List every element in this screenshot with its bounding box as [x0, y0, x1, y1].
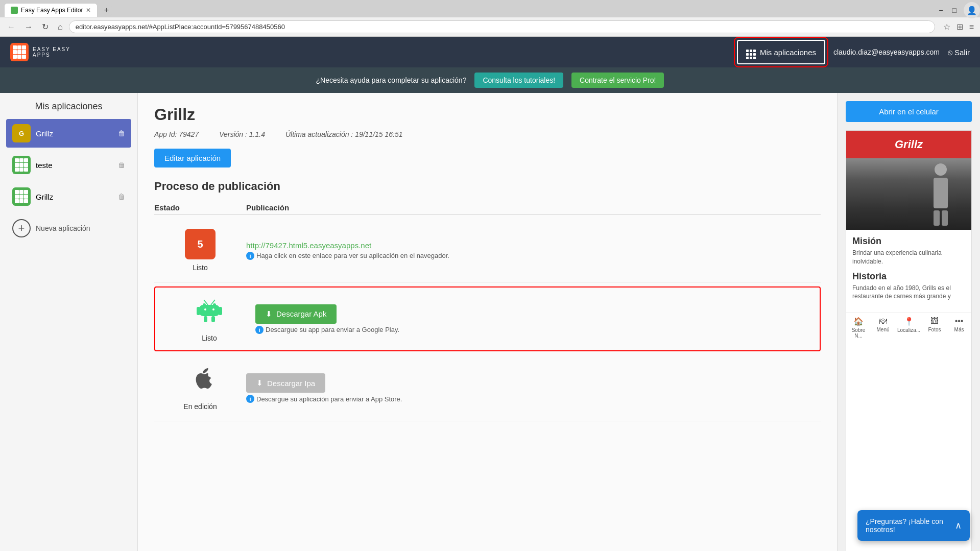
phone-nav-label-fotos: Fotos — [924, 327, 945, 332]
html5-icon: 5 — [185, 229, 216, 259]
salir-button[interactable]: ⎋ Salir — [948, 48, 970, 57]
home-button[interactable]: ⌂ — [55, 21, 66, 33]
svg-point-9 — [204, 308, 206, 310]
salir-label: Salir — [954, 48, 970, 57]
sidebar-app-name-3: Grillz — [36, 193, 113, 201]
logo-area: EASY EASY APPS — [10, 43, 70, 61]
sidebar-title: Mis aplicaciones — [6, 101, 131, 112]
platform-row-android-wrapper: Listo ⬇ Descargar Apk i Descargue su app… — [154, 286, 821, 351]
download-apk-button[interactable]: ⬇ Descargar Apk — [255, 304, 337, 324]
menu-icon[interactable]: ≡ — [967, 21, 976, 33]
grid-icon — [746, 45, 756, 59]
user-icon-button[interactable]: 👤 — [964, 2, 980, 18]
phone-nav-sobre[interactable]: 🏠 Sobre N... — [846, 313, 871, 343]
svg-rect-5 — [204, 316, 207, 322]
phone-nav-icon-menu: 🍽 — [873, 317, 893, 326]
app-icon-teste — [12, 156, 31, 174]
publication-table-header: Estado Publicación — [154, 201, 821, 214]
forward-button[interactable]: → — [21, 21, 36, 33]
user-email: claudio.diaz@easyeasyapps.com — [833, 48, 940, 56]
new-app-button[interactable]: + Nueva aplicación — [6, 214, 131, 243]
phone-nav-localiza[interactable]: 📍 Localiza... — [895, 313, 922, 343]
chat-close-icon[interactable]: ∧ — [955, 520, 962, 531]
promo-text: ¿Necesita ayuda para completar su aplica… — [316, 76, 467, 84]
tab-favicon — [11, 7, 18, 14]
logo-text: EASY EASY APPS — [33, 46, 70, 58]
phone-content: Misión Brindar una experiencia culinaria… — [846, 230, 971, 312]
delete-icon-1[interactable]: 🗑 — [118, 129, 125, 137]
active-tab[interactable]: Easy Easy Apps Editor ✕ — [4, 3, 98, 17]
window-maximize-btn[interactable]: □ — [948, 5, 961, 15]
content-area: Grillz App Id: 79427 Versión : 1.1.4 Últ… — [138, 93, 837, 551]
phone-nav-icon-localiza: 📍 — [897, 317, 920, 326]
app-title: Grillz — [154, 105, 821, 124]
promo-bar: ¿Necesita ayuda para completar su aplica… — [0, 67, 980, 93]
platform-row-apple: En edición ⬇ Descargar Ipa i Descargue s… — [154, 355, 821, 421]
info-circle-android: i — [255, 326, 264, 334]
phone-nav-label-sobre: Sobre N... — [848, 327, 869, 339]
svg-rect-6 — [211, 316, 215, 322]
logo-icon — [10, 43, 29, 61]
phone-nav-fotos[interactable]: 🖼 Fotos — [922, 313, 947, 343]
bookmark-icon[interactable]: ☆ — [941, 21, 952, 33]
delete-icon-2[interactable]: 🗑 — [118, 161, 125, 169]
logo-sub-text: APPS — [33, 52, 70, 58]
platform-cell-html5: 5 Listo — [154, 229, 246, 272]
mis-aplicaciones-button[interactable]: Mis aplicaciones — [737, 40, 825, 64]
address-text: editor.easyeasyapps.net/#AppListPlace:ac… — [76, 23, 285, 31]
apple-info: i Descargue su aplicación para enviar a … — [246, 395, 821, 403]
phone-history-title: Historia — [852, 271, 965, 282]
phone-nav-mas[interactable]: ••• Más — [947, 313, 971, 343]
edit-app-button[interactable]: Editar aplicación — [154, 149, 231, 167]
apple-publication: ⬇ Descargar Ipa i Descargue su aplicació… — [246, 373, 821, 403]
platform-cell-apple: En edición — [154, 366, 246, 411]
open-in-phone-button[interactable]: Abrir en el celular — [846, 101, 972, 122]
android-info: i Descargue su app para enviar a Google … — [255, 326, 811, 334]
app-header: EASY EASY APPS Mis aplicaciones claudio.… — [0, 37, 980, 67]
tutorials-button[interactable]: Consulta los tutoriales! — [474, 73, 563, 88]
back-button[interactable]: ← — [4, 21, 18, 33]
phone-preview: Abrir en el celular Grillz — [837, 93, 980, 551]
mis-aplicaciones-label: Mis aplicaciones — [760, 48, 816, 57]
phone-app-image — [846, 158, 971, 230]
phone-nav-menu[interactable]: 🍽 Menú — [871, 313, 895, 343]
refresh-button[interactable]: ↻ — [39, 21, 52, 33]
platform-cell-android: Listo — [163, 296, 255, 342]
window-minimize-btn[interactable]: − — [935, 5, 947, 15]
platform-row-android: Listo ⬇ Descargar Apk i Descargue su app… — [163, 296, 811, 342]
col-publicacion: Publicación — [246, 203, 821, 212]
tab-close-btn[interactable]: ✕ — [86, 7, 91, 14]
add-circle-icon: + — [12, 219, 31, 237]
phone-nav-icon-mas: ••• — [949, 317, 969, 326]
sidebar-item-teste[interactable]: teste 🗑 — [6, 151, 131, 179]
app-icon-grillz: G — [12, 124, 31, 142]
svg-rect-4 — [219, 307, 222, 315]
svg-point-10 — [212, 308, 214, 310]
sidebar-item-grillz-2[interactable]: Grillz 🗑 — [6, 182, 131, 211]
phone-nav-label-menu: Menú — [873, 327, 893, 332]
new-tab-button[interactable]: + — [100, 4, 113, 17]
phone-app-header: Grillz — [846, 131, 971, 158]
phone-app-title: Grillz — [895, 138, 923, 151]
apple-icon — [189, 366, 212, 398]
main-layout: Mis aplicaciones G Grillz 🗑 teste 🗑 — [0, 93, 980, 551]
delete-icon-3[interactable]: 🗑 — [118, 193, 125, 201]
publication-section-title: Proceso de publicación — [154, 180, 821, 193]
phone-nav-label-localiza: Localiza... — [897, 327, 920, 333]
download-ipa-icon: ⬇ — [256, 378, 263, 388]
app-updated: Última actualización : 19/11/15 16:51 — [285, 130, 403, 138]
html5-link[interactable]: http://79427.html5.easyeasyapps.net — [246, 241, 371, 250]
svg-rect-2 — [199, 305, 220, 316]
new-app-label: Nueva aplicación — [36, 224, 90, 232]
col-estado: Estado — [154, 203, 246, 212]
extensions-icon[interactable]: ⊞ — [954, 21, 965, 33]
chat-widget[interactable]: ¿Preguntas? ¡Hable con nosotros! ∧ — [857, 510, 970, 541]
platform-row-html5: 5 Listo http://79427.html5.easyeasyapps.… — [154, 219, 821, 282]
phone-mission-section: Misión Brindar una experiencia culinaria… — [852, 236, 965, 266]
nav-icons: ☆ ⊞ ≡ — [941, 21, 976, 33]
phone-nav-icon-sobre: 🏠 — [848, 317, 869, 326]
address-bar[interactable]: editor.easyeasyapps.net/#AppListPlace:ac… — [69, 20, 935, 33]
pro-service-button[interactable]: Contrate el servicio Pro! — [571, 73, 664, 88]
download-ipa-button[interactable]: ⬇ Descargar Ipa — [246, 373, 325, 393]
sidebar-item-grillz-active[interactable]: G Grillz 🗑 — [6, 119, 131, 148]
